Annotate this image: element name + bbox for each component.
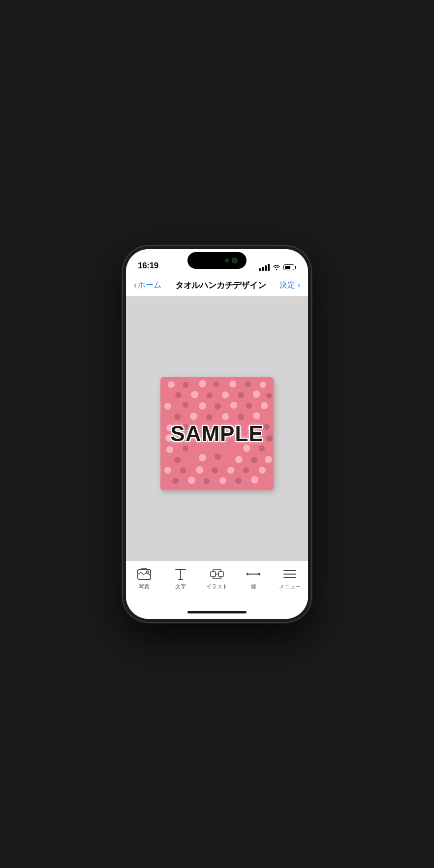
towel: SAMPLE: [160, 377, 274, 490]
canvas-area[interactable]: SAMPLE: [126, 296, 308, 561]
home-bar: [187, 611, 247, 613]
photo-label: 写真: [139, 583, 150, 590]
nav-title: タオルハンカチデザイン: [175, 280, 266, 291]
di-indicator: [225, 258, 229, 262]
toolbar: 写真 文字: [126, 561, 308, 605]
back-button[interactable]: ‹ ホーム: [134, 280, 161, 290]
battery-icon: [283, 264, 296, 270]
photo-icon: [137, 567, 151, 581]
action-button[interactable]: 決定 ›: [279, 280, 300, 290]
home-indicator: [126, 605, 308, 619]
phone-screen: 16:19: [126, 249, 308, 619]
phone-frame: 16:19: [123, 246, 311, 622]
dynamic-island: [187, 252, 247, 269]
svg-rect-3: [218, 572, 223, 577]
wifi-icon: [273, 264, 280, 270]
menu-icon: [283, 567, 297, 581]
back-label: ホーム: [138, 280, 161, 290]
text-icon: [174, 567, 187, 581]
status-icons: [259, 264, 296, 271]
illust-label: イラスト: [206, 583, 228, 590]
towel-preview[interactable]: SAMPLE: [160, 377, 274, 490]
svg-rect-2: [211, 572, 216, 577]
nav-bar: ‹ ホーム タオルハンカチデザイン 決定 ›: [126, 275, 308, 296]
line-label: 線: [251, 583, 256, 590]
status-time: 16:19: [138, 261, 158, 271]
signal-icon: [259, 264, 270, 271]
line-icon: [247, 567, 260, 581]
menu-label: メニュー: [279, 583, 301, 590]
toolbar-item-line[interactable]: 線: [235, 567, 272, 590]
sample-watermark: SAMPLE: [170, 421, 263, 446]
back-chevron-icon: ‹: [134, 281, 137, 289]
svg-point-4: [247, 573, 249, 576]
toolbar-item-menu[interactable]: メニュー: [272, 567, 308, 590]
di-camera: [232, 257, 238, 263]
text-label: 文字: [175, 583, 186, 590]
toolbar-item-illust[interactable]: イラスト: [199, 567, 235, 590]
illust-icon: [210, 567, 224, 581]
svg-point-6: [258, 573, 261, 576]
toolbar-item-text[interactable]: 文字: [162, 567, 199, 590]
svg-point-1: [147, 571, 149, 574]
toolbar-item-photo[interactable]: 写真: [126, 567, 162, 590]
